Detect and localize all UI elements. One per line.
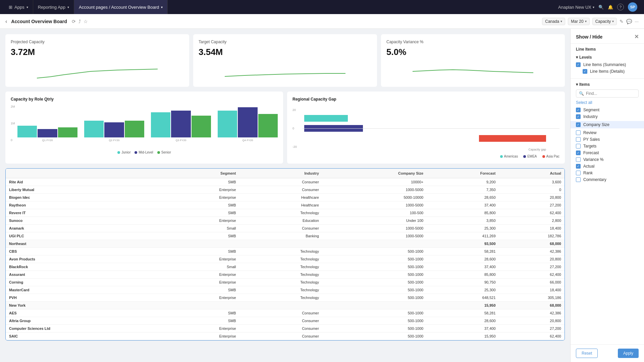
items-chevron: ▾ <box>576 82 578 87</box>
level-details-checkbox[interactable] <box>583 69 587 74</box>
apps-nav-item[interactable]: ⊞ Apps ▾ <box>4 0 33 14</box>
filter-item-checkbox[interactable] <box>576 137 581 142</box>
filter-item-segment[interactable]: Segment <box>576 108 639 112</box>
levels-label: Levels <box>579 55 592 60</box>
line-items-section: Line Items <box>571 44 644 53</box>
anaplan-ux-label: Anaplan New UX <box>558 5 591 10</box>
filter-item-label: Review <box>583 130 596 135</box>
bar-chart-container: 2M 1M 0 Q1 FY20 <box>11 105 278 148</box>
sync-icon[interactable]: ⟳ <box>72 19 76 24</box>
user-avatar[interactable]: SP <box>628 2 637 12</box>
filter-item-checkbox[interactable] <box>576 157 581 162</box>
side-panel: Show / Hide ✕ Line Items ▾ Levels Line I… <box>570 29 644 362</box>
notifications-icon[interactable]: 🔔 <box>608 5 613 10</box>
cell-actual: 68,000 <box>499 240 565 248</box>
cell-segment: Enterprise <box>162 194 239 201</box>
cell-forecast: 93,500 <box>427 240 499 248</box>
star-icon[interactable]: ☆ <box>84 19 88 24</box>
filter-item-checkbox[interactable] <box>576 114 581 119</box>
comment-icon[interactable]: 💬 <box>626 19 632 24</box>
legend-midlevel-dot <box>135 151 137 154</box>
filter-item-targets[interactable]: Targets <box>576 144 639 148</box>
bar-midlevel-q4 <box>238 107 257 137</box>
filter-item-label: Company Size <box>583 122 609 127</box>
table-row: Sunoco Enterprise Education Under 100 3,… <box>6 217 565 225</box>
reset-button[interactable]: Reset <box>576 349 598 358</box>
legend-americas: Americas <box>500 155 518 158</box>
table-row: Rite Aid SMB Consumer 10000+ 9,200 3,600 <box>6 178 565 186</box>
levels-section-title[interactable]: ▾ Levels <box>576 55 639 60</box>
country-filter-chevron: ▾ <box>560 19 562 23</box>
more-options-icon[interactable]: ··· <box>635 19 639 24</box>
cell-segment: Enterprise <box>162 255 239 263</box>
select-all-button[interactable]: Select all <box>576 100 639 105</box>
table-row: SAIC Enterprise Consumer 500-1000 15,950… <box>6 333 565 340</box>
search-icon[interactable]: 🔍 <box>598 5 604 10</box>
filter-item-actual[interactable]: Actual <box>576 164 639 169</box>
country-filter[interactable]: Canada ▾ <box>542 18 565 25</box>
back-button[interactable]: ‹ <box>5 18 7 24</box>
cell-name: Aramark <box>6 225 162 232</box>
cell-company-size: 500-1000 <box>322 248 427 255</box>
filter-item-rank[interactable]: Rank <box>576 171 639 175</box>
cell-company-size: 500-1000 <box>322 294 427 302</box>
filter-item-checkbox[interactable] <box>576 150 581 155</box>
items-search-input[interactable] <box>586 91 636 96</box>
cell-actual: 27,200 <box>499 263 565 271</box>
filter-item-variance-%[interactable]: Variance % <box>576 157 639 162</box>
date-filter[interactable]: Mar 20 ▾ <box>568 18 589 25</box>
bar-senior-q1 <box>58 127 77 137</box>
cell-forecast: 648,521 <box>427 294 499 302</box>
bar-chart-legend: Junior Mid-Level Senior <box>11 150 278 154</box>
legend-senior-label: Senior <box>161 150 171 154</box>
cell-forecast: 3,850 <box>427 217 499 225</box>
table-row: MasterCard SMB Technology 500-1000 25,30… <box>6 286 565 294</box>
help-icon[interactable]: ? <box>617 4 624 10</box>
bar-junior-q1 <box>17 126 37 137</box>
cell-segment: SMB <box>162 317 239 325</box>
user-context-label[interactable]: Anaplan New UX▾ <box>558 5 594 10</box>
filter-item-checkbox[interactable] <box>576 122 581 127</box>
capacity-variance-label: Capacity Variance % <box>386 40 559 44</box>
reporting-app-nav-item[interactable]: Reporting App ▾ <box>33 0 74 14</box>
level-summaries-checkbox[interactable] <box>576 62 581 67</box>
filter-item-checkbox[interactable] <box>576 164 581 169</box>
filter-item-checkbox[interactable] <box>576 144 581 148</box>
filter-item-company-size[interactable]: Company Size <box>571 121 644 128</box>
legend-americas-dot <box>500 155 503 158</box>
cell-name: MasterCard <box>6 286 162 294</box>
filter-item-checkbox[interactable] <box>576 130 581 135</box>
filter-item-checkbox[interactable] <box>576 108 581 112</box>
cell-industry: Education <box>239 217 322 225</box>
side-panel-close-button[interactable]: ✕ <box>634 34 639 40</box>
filter-item-checkbox[interactable] <box>576 171 581 175</box>
capacity-filter[interactable]: Capacity ▾ <box>592 18 617 25</box>
filter-item-industry[interactable]: Industry <box>576 114 639 119</box>
col-name <box>6 169 162 178</box>
filter-item-forecast[interactable]: Forecast <box>576 150 639 155</box>
col-segment: Segment <box>162 169 239 178</box>
col-actual: Actual <box>499 169 565 178</box>
filter-item-commentary[interactable]: Commentary <box>576 177 639 182</box>
items-search-box[interactable]: 🔍 <box>576 89 639 98</box>
cell-actual: 20,800 <box>499 317 565 325</box>
apps-grid-icon: ⊞ <box>9 5 12 10</box>
bar-group-q4-inner <box>218 107 278 137</box>
filter-item-label: Segment <box>583 108 599 112</box>
cell-company-size: 5000-10000 <box>322 194 427 201</box>
apply-button[interactable]: Apply <box>618 349 639 358</box>
filter-item-checkbox[interactable] <box>576 177 581 182</box>
bar-senior-q4 <box>258 114 278 137</box>
breadcrumb-nav-item[interactable]: Account pages / Account Overview Board ▾ <box>74 0 168 14</box>
table-row: Computer Sciences Ltd Enterprise Consume… <box>6 325 565 333</box>
sub-nav: ‹ Account Overview Board ⟳ ⤴ ☆ Canada ▾ … <box>0 14 644 29</box>
filter-item-py-sales[interactable]: PY Sales <box>576 137 639 142</box>
share-icon[interactable]: ⤴ <box>78 19 81 24</box>
cell-industry: Technology <box>239 286 322 294</box>
edit-icon[interactable]: ✎ <box>620 19 624 24</box>
items-section-title[interactable]: ▾ Items <box>576 82 639 87</box>
bar-senior-q3 <box>192 116 211 137</box>
cell-name: Revere IT <box>6 209 162 217</box>
filter-item-review[interactable]: Review <box>576 130 639 135</box>
cell-actual: 18,400 <box>499 286 565 294</box>
